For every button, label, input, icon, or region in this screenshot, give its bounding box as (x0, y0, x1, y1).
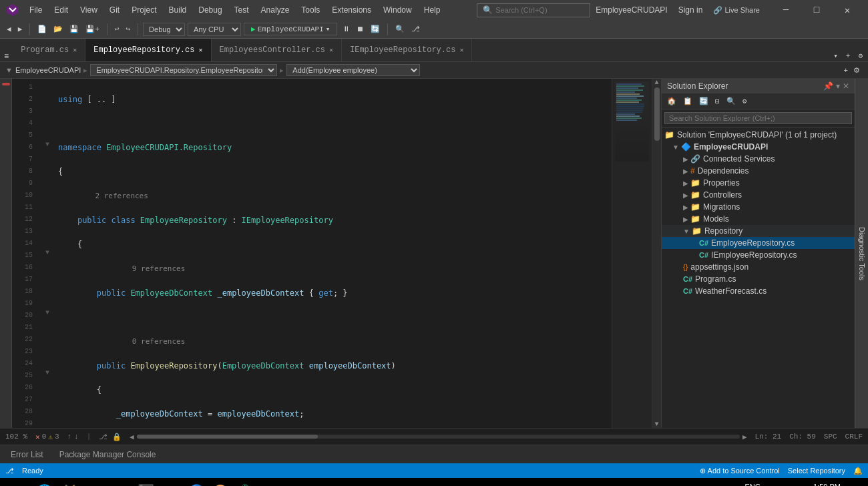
tree-solution-root[interactable]: 📁 Solution 'EmployeeCRUDAPI' (1 of 1 pro… (662, 129, 855, 141)
menu-extensions[interactable]: Extensions (327, 3, 377, 17)
menu-tools[interactable]: Tools (296, 3, 325, 17)
menu-help[interactable]: Help (419, 3, 446, 17)
sign-in-button[interactable]: Sign in (673, 5, 708, 15)
se-home-button[interactable]: 🏠 (664, 95, 679, 107)
tab-iemployee-repository[interactable]: IEmployeeRepository.cs ✕ (342, 39, 472, 61)
btab-error-list[interactable]: Error List (3, 447, 51, 462)
menu-git[interactable]: Git (104, 3, 125, 17)
class-dropdown[interactable]: EmployeeCRUDAPI.Repository.EmployeeRepos… (90, 64, 277, 76)
add-source-control-button[interactable]: ⊕ Add to Source Control (700, 467, 780, 475)
config-dropdown[interactable]: Debug (143, 23, 185, 36)
menu-analyze[interactable]: Analyze (256, 3, 295, 17)
source-control-icon[interactable]: ⎇ (5, 467, 14, 475)
tree-migrations[interactable]: ▶ 📁 Migrations (662, 201, 855, 213)
tree-iemployee-repository-cs[interactable]: C# IEmployeeRepository.cs (662, 249, 855, 261)
se-close-button[interactable]: ✕ (843, 81, 849, 91)
notification-icon[interactable]: 🔔 (853, 467, 863, 475)
left-sidebar-toggle[interactable]: ≡ (0, 52, 13, 61)
taskbar-explorer-icon[interactable]: 📁 (83, 478, 107, 486)
taskbar-paint-icon[interactable]: 🎨 (210, 478, 234, 486)
pause-button[interactable]: ⏸ (340, 23, 353, 35)
vertical-scrollbar[interactable]: ▲ ▼ (652, 79, 661, 428)
se-settings-button[interactable]: ⚙ (740, 95, 750, 107)
close-button[interactable]: ✕ (832, 0, 863, 20)
se-pin-button[interactable]: 📌 (823, 81, 833, 91)
menu-edit[interactable]: Edit (49, 3, 73, 17)
tree-project[interactable]: ▼ 🔷 EmployeeCRUDAPI (662, 141, 855, 153)
run-button[interactable]: ▶ EmployeeCRUDAPI ▾ (244, 23, 337, 35)
se-config-button[interactable]: ▾ (836, 81, 840, 91)
taskbar-edge-icon[interactable]: 🌐 (32, 478, 56, 486)
tab-close-repository[interactable]: ✕ (198, 46, 202, 54)
tree-program-cs[interactable]: C# Program.cs (662, 273, 855, 285)
menu-debug[interactable]: Debug (193, 3, 227, 17)
forward-button[interactable]: ▶ (15, 23, 25, 35)
tab-employees-controller[interactable]: EmployeesController.cs ✕ (212, 39, 342, 61)
menu-view[interactable]: View (75, 3, 103, 17)
restart-button[interactable]: 🔄 (368, 23, 383, 35)
tree-models[interactable]: ▶ 📁 Models (662, 213, 855, 225)
tree-employee-repository-cs[interactable]: C# EmployeeRepository.cs (662, 237, 855, 249)
tree-weather-forecast[interactable]: C# WeatherForecast.cs (662, 285, 855, 297)
scroll-down-button[interactable]: ▼ (652, 421, 661, 428)
menu-file[interactable]: File (24, 3, 47, 17)
tab-program-cs[interactable]: Program.cs ✕ (13, 39, 85, 61)
stop-button[interactable]: ⏹ (354, 23, 367, 35)
find-button[interactable]: 🔍 (393, 23, 407, 35)
search-input[interactable] (495, 6, 576, 14)
undo-button[interactable]: ↩ (112, 23, 122, 35)
clock[interactable]: 1:59 PM 3/30/2023 (811, 482, 843, 486)
tree-repository[interactable]: ▼ 📁 Repository (662, 225, 855, 237)
tab-dropdown-button[interactable]: ▾ (831, 50, 841, 61)
new-tab-button[interactable]: + (843, 51, 853, 61)
save-all-button[interactable]: 💾+ (83, 23, 102, 35)
code-editor[interactable]: using [ .. ] namespace EmployeeCRUDAPI.R… (53, 79, 612, 428)
redo-button[interactable]: ↪ (123, 23, 133, 35)
zoom-level[interactable]: 102 % (5, 433, 27, 441)
git-indicator[interactable]: ⎇ 🔒 (99, 433, 122, 441)
se-show-all-button[interactable]: 📋 (680, 95, 695, 107)
method-dropdown[interactable]: Add(Employee employee) (286, 64, 420, 76)
tree-appsettings[interactable]: {} appsettings.json (662, 261, 855, 273)
diagnostic-tools-panel[interactable]: Diagnostic Tools (855, 79, 868, 428)
taskbar-store-icon[interactable]: 🛍️ (235, 478, 259, 486)
project-breadcrumb[interactable]: EmployeeCRUDAPI (15, 66, 81, 74)
minimize-button[interactable]: ─ (771, 0, 801, 20)
tab-employee-repository[interactable]: EmployeeRepository.cs ✕ (85, 39, 211, 61)
tree-properties[interactable]: ▶ 📁 Properties (662, 177, 855, 189)
save-button[interactable]: 💾 (67, 23, 81, 35)
menu-test[interactable]: Test (229, 3, 254, 17)
scroll-thumb[interactable] (654, 87, 660, 141)
taskbar-teams-icon[interactable]: T (311, 478, 335, 486)
taskbar-vs-icon[interactable]: VS (159, 478, 183, 486)
open-file-button[interactable]: 📂 (51, 23, 65, 35)
nav-arrows[interactable]: ↑ ↓ (67, 433, 78, 441)
tab-close-program[interactable]: ✕ (73, 46, 77, 54)
taskbar-spotify-icon[interactable]: ♫ (260, 478, 284, 486)
maximize-button[interactable]: □ (801, 0, 832, 20)
line-ending-label[interactable]: CRLF (845, 433, 863, 441)
horizontal-scroll[interactable]: ◀ ▶ (130, 433, 747, 441)
se-refresh-button[interactable]: 🔄 (696, 95, 711, 107)
menu-window[interactable]: Window (378, 3, 417, 17)
tab-close-controller[interactable]: ✕ (329, 46, 333, 54)
live-share-button[interactable]: 🔗 Live Share (713, 6, 760, 15)
taskbar-mail-icon[interactable]: ✉️ (286, 478, 310, 486)
start-button[interactable] (3, 478, 29, 486)
tab-close-irepository[interactable]: ✕ (459, 46, 463, 54)
tree-connected-services[interactable]: ▶ 🔗 Connected Services (662, 153, 855, 165)
menu-build[interactable]: Build (164, 3, 192, 17)
encoding-label[interactable]: SPC (824, 433, 837, 441)
collapse-button[interactable]: ▼ (5, 66, 13, 74)
platform-dropdown[interactable]: Any CPU (188, 23, 241, 36)
taskbar-firefox-icon[interactable]: 🦊 (57, 478, 81, 486)
taskbar-lang[interactable]: ENG IN (744, 482, 761, 486)
btab-package-manager[interactable]: Package Manager Console (51, 447, 164, 462)
select-repository-button[interactable]: Select Repository (788, 467, 845, 475)
taskbar-chrome-icon[interactable]: 🔵 (184, 478, 208, 486)
new-file-button[interactable]: 📄 (35, 23, 49, 35)
minimap[interactable] (612, 79, 652, 428)
menu-project[interactable]: Project (126, 3, 162, 17)
taskbar-skype-icon[interactable]: S (108, 478, 132, 486)
se-search-input[interactable] (664, 112, 852, 124)
